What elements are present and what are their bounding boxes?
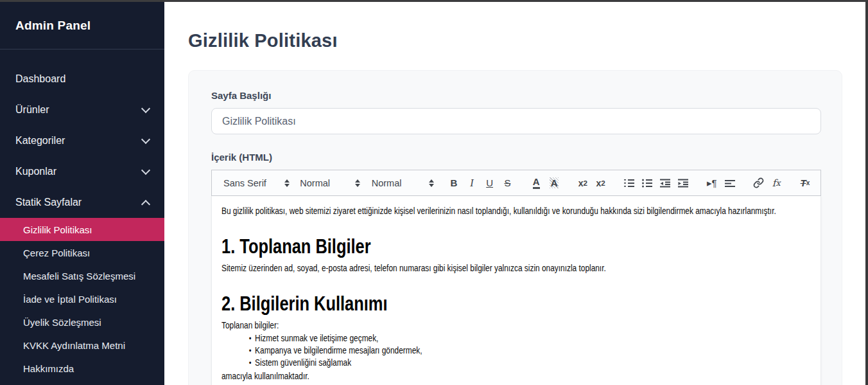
sidebar-subnav: Gizlilik Politikası Çerez Politikası Mes… — [0, 218, 164, 380]
outdent-icon[interactable] — [656, 175, 674, 192]
sidebar-subitem-label: Üyelik Sözleşmesi — [23, 317, 101, 328]
bullet-list-icon[interactable] — [638, 175, 656, 192]
sidebar-item-statik-sayfalar[interactable]: Statik Sayfalar — [0, 187, 164, 218]
sidebar-subitem-label: İade ve İptal Politikası — [23, 294, 117, 305]
editor-bullet-list: Hizmet sunmak ve iletişime geçmek, Kampa… — [221, 332, 811, 369]
sidebar-item-kategoriler[interactable]: Kategoriler — [0, 125, 164, 156]
font-picker[interactable]: Sans Serif — [223, 178, 290, 188]
page-edit-card: Sayfa Başlığı İçerik (HTML) Sans Serif N… — [188, 70, 842, 385]
page-title-input[interactable] — [211, 108, 821, 134]
editor-heading-2: 2. Bilgilerin Kullanımı — [221, 291, 811, 317]
sidebar-item-label: Dashboard — [15, 73, 65, 85]
formula-x: x — [776, 178, 780, 188]
superscript-icon[interactable]: x2 — [592, 175, 610, 192]
editor-empty-line — [221, 275, 811, 289]
sidebar-item-kuponlar[interactable]: Kuponlar — [0, 156, 164, 187]
clean-x: x — [806, 179, 810, 186]
subscript-base: x — [578, 178, 584, 188]
sidebar-subitem-label: Gizlilik Politikası — [23, 224, 92, 235]
picker-arrows-icon — [284, 179, 290, 187]
sidebar-subitem-hakkimizda[interactable]: Hakkımızda — [0, 357, 164, 380]
text-color-letter: A — [533, 177, 540, 189]
underline-icon[interactable]: U — [481, 175, 499, 192]
formula-icon[interactable]: fx — [767, 175, 785, 192]
sidebar: Admin Panel Dashboard Ürünler Kategorile… — [0, 2, 164, 385]
app-title: Admin Panel — [15, 19, 149, 33]
sidebar-nav: Dashboard Ürünler Kategoriler Kuponlar S… — [0, 49, 164, 380]
italic-icon[interactable]: I — [463, 175, 481, 192]
sidebar-subitem-label: Hakkımızda — [23, 363, 74, 374]
superscript-small: 2 — [601, 179, 605, 187]
rich-text-editor[interactable]: Bu gizlilik politikası, web sitemizi ziy… — [211, 196, 821, 385]
editor-paragraph: Toplanan bilgiler: — [221, 318, 811, 332]
clean-t: T — [801, 177, 806, 188]
editor-content: Bu gizlilik politikası, web sitemizi ziy… — [221, 204, 811, 383]
editor-list-item: Hizmet sunmak ve iletişime geçmek, — [249, 332, 812, 345]
chevron-down-icon — [141, 135, 150, 144]
align-icon[interactable] — [721, 175, 739, 192]
font-picker-label: Sans Serif — [223, 178, 266, 188]
chevron-down-icon — [141, 166, 150, 175]
sidebar-item-urunler[interactable]: Ürünler — [0, 94, 164, 125]
sidebar-subitem-label: KVKK Aydınlatma Metni — [23, 340, 125, 351]
editor-paragraph: Bu gizlilik politikası, web sitemizi ziy… — [221, 204, 811, 218]
content-field-label: İçerik (HTML) — [211, 152, 819, 163]
header-picker[interactable]: Normal — [372, 178, 434, 188]
editor-paragraph: Sitemiz üzerinden ad, soyad, e-posta adr… — [221, 261, 811, 275]
editor-paragraph: amacıyla kullanılmaktadır. — [221, 369, 811, 383]
sidebar-subitem-cerez-politikasi[interactable]: Çerez Politikası — [0, 241, 164, 264]
size-picker-label: Normal — [300, 178, 330, 188]
main-content: Gizlilik Politikası Sayfa Başlığı İçerik… — [164, 2, 865, 385]
sidebar-item-label: Kategoriler — [15, 135, 65, 147]
sidebar-subitem-mesafeli-satis[interactable]: Mesafeli Satış Sözleşmesi — [0, 264, 164, 287]
sidebar-subitem-uyelik-sozlesmesi[interactable]: Üyelik Sözleşmesi — [0, 310, 164, 334]
subscript-icon[interactable]: x2 — [574, 175, 592, 192]
chevron-down-icon — [141, 104, 150, 113]
clear-formatting-icon[interactable]: Tx — [796, 175, 814, 192]
text-color-icon[interactable]: A — [527, 175, 545, 192]
sidebar-item-label: Statik Sayfalar — [15, 197, 82, 208]
sidebar-item-dashboard[interactable]: Dashboard — [0, 64, 164, 94]
picker-arrows-icon — [355, 179, 360, 187]
sidebar-subitem-label: Mesafeli Satış Sözleşmesi — [23, 271, 135, 282]
sidebar-subitem-gizlilik-politikasi[interactable]: Gizlilik Politikası — [0, 218, 164, 241]
sidebar-subitem-label: Çerez Politikası — [23, 247, 90, 258]
sidebar-subitem-iade-iptal[interactable]: İade ve İptal Politikası — [0, 287, 164, 310]
header-picker-label: Normal — [372, 178, 402, 188]
editor-list-item: Sistem güvenliğini sağlamak — [249, 357, 812, 369]
sidebar-item-label: Ürünler — [15, 104, 49, 116]
indent-icon[interactable] — [674, 175, 692, 192]
ordered-list-icon[interactable] — [621, 175, 639, 192]
size-picker[interactable]: Normal — [300, 178, 360, 188]
chevron-up-icon — [141, 200, 150, 209]
picker-arrows-icon — [429, 179, 434, 187]
link-icon[interactable] — [749, 175, 767, 192]
text-direction-icon[interactable]: ▸¶ — [703, 175, 721, 192]
editor-toolbar: Sans Serif Normal Normal B I U S A — [211, 170, 821, 196]
page-title: Gizlilik Politikası — [188, 30, 842, 51]
background-color-icon[interactable]: A — [545, 175, 563, 192]
superscript-base: x — [596, 178, 602, 188]
app-window: Admin Panel Dashboard Ürünler Kategorile… — [0, 0, 868, 385]
bold-icon[interactable]: B — [445, 175, 463, 192]
title-field-label: Sayfa Başlığı — [211, 90, 819, 101]
editor-list-item: Kampanya ve bilgilendirme mesajları gönd… — [249, 345, 812, 357]
editor-empty-line — [221, 218, 811, 232]
background-color-letter: A — [550, 177, 559, 188]
sidebar-item-label: Kuponlar — [15, 166, 56, 177]
sidebar-subitem-kvkk[interactable]: KVKK Aydınlatma Metni — [0, 334, 164, 357]
editor-heading-1: 1. Toplanan Bilgiler — [221, 234, 811, 260]
sidebar-header: Admin Panel — [0, 2, 164, 49]
strikethrough-icon[interactable]: S — [499, 175, 517, 192]
subscript-small: 2 — [584, 179, 587, 187]
